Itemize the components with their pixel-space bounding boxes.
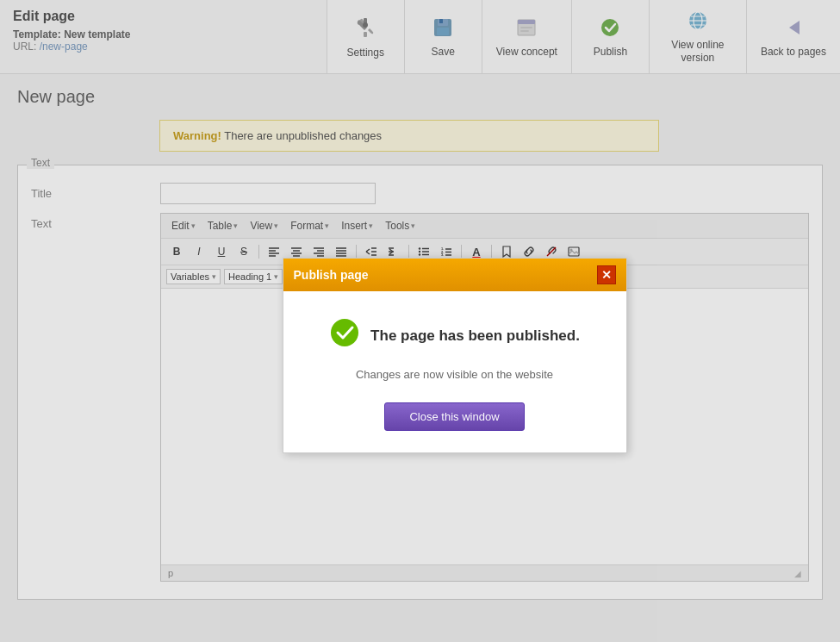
svg-point-60 [331, 319, 358, 346]
modal-title: Publish page [294, 268, 369, 282]
modal-header: Publish page ✕ [283, 259, 626, 291]
modal-close-x-button[interactable]: ✕ [597, 265, 616, 284]
success-row: The page has been published. [305, 317, 605, 355]
publish-modal: Publish page ✕ The page has been publish… [283, 258, 627, 453]
modal-subtitle: Changes are now visible on the website [305, 368, 605, 381]
success-message: The page has been published. [370, 327, 580, 345]
modal-body: The page has been published. Changes are… [283, 291, 626, 452]
success-check-icon [329, 317, 360, 355]
close-window-button[interactable]: Close this window [384, 402, 524, 431]
modal-overlay: Publish page ✕ The page has been publish… [0, 0, 840, 613]
